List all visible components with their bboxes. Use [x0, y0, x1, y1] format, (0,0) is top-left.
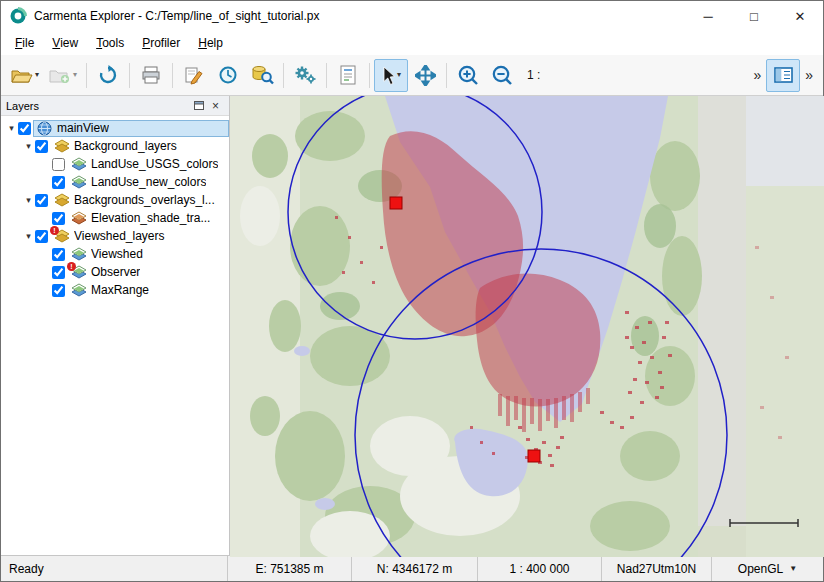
report-document-icon: [339, 65, 357, 85]
menu-file[interactable]: File: [6, 33, 43, 53]
status-scale: 1 : 400 000: [477, 556, 601, 581]
layer-label: Viewshed_layers: [74, 229, 165, 243]
layer-row[interactable]: ▾Background_layers: [1, 137, 229, 155]
layer-row[interactable]: Viewshed: [1, 245, 229, 263]
layer-row[interactable]: ▾mainView: [1, 119, 229, 137]
print-button[interactable]: [134, 59, 168, 92]
layer-visibility-checkbox[interactable]: [52, 266, 65, 279]
maximize-button[interactable]: □: [731, 1, 777, 31]
layer-visibility-checkbox[interactable]: [35, 230, 48, 243]
time-button[interactable]: [211, 59, 245, 92]
globe-icon: [37, 121, 53, 136]
layer-elev-icon: [71, 211, 87, 226]
dropdown-caret-icon: ▾: [73, 71, 77, 79]
layer-visibility-checkbox[interactable]: [18, 122, 31, 135]
gears-icon: [294, 65, 317, 86]
layer-label: MaxRange: [91, 283, 149, 297]
menu-tools[interactable]: Tools: [87, 33, 133, 53]
layer-visibility-checkbox[interactable]: [52, 248, 65, 261]
pan-tool-button[interactable]: [408, 59, 442, 92]
renderer-label: OpenGL: [738, 562, 783, 576]
clock-icon: [218, 65, 238, 85]
float-panel-button[interactable]: [190, 98, 207, 114]
refresh-button[interactable]: [91, 59, 125, 92]
layer-row[interactable]: MaxRange: [1, 281, 229, 299]
edit-button[interactable]: [177, 59, 211, 92]
toolbar-separator: [172, 63, 173, 88]
menu-view[interactable]: View: [43, 33, 87, 53]
toolbar: ▾ ▾: [1, 55, 823, 96]
layer-row[interactable]: Elevation_shade_tra...: [1, 209, 229, 227]
group-icon: [54, 193, 70, 208]
map-canvas[interactable]: [230, 96, 824, 557]
scale-ratio-label: 1 :: [519, 68, 548, 82]
layer-row[interactable]: !Observer: [1, 263, 229, 281]
content-area: Layers × ▾mainView▾Background_layersLand…: [1, 96, 823, 555]
layers-panel-header: Layers ×: [1, 96, 229, 116]
expander-icon[interactable]: ▾: [22, 141, 35, 151]
refresh-icon: [98, 65, 118, 85]
layer-icon: !: [71, 265, 87, 280]
toolbar-overflow-left[interactable]: »: [748, 67, 766, 83]
layer-label: Backgrounds_overlays_l...: [74, 193, 215, 207]
status-ready: Ready: [1, 556, 227, 581]
layer-row[interactable]: ▾Backgrounds_overlays_l...: [1, 191, 229, 209]
float-window-icon: [194, 101, 204, 110]
layer-row[interactable]: LandUse_new_colors: [1, 173, 229, 191]
title-bar: Carmenta Explorer - C:/Temp/line_of_sigh…: [1, 1, 823, 31]
add-button[interactable]: ▾: [44, 59, 82, 92]
expander-icon[interactable]: ▾: [22, 195, 35, 205]
group-icon: !: [54, 229, 70, 244]
zoom-in-icon: [457, 64, 479, 86]
observer-marker-1[interactable]: [390, 197, 402, 209]
toolbar-separator: [129, 63, 130, 88]
close-button[interactable]: ✕: [777, 1, 823, 31]
zoom-out-button[interactable]: [485, 59, 519, 92]
expander-icon[interactable]: ▾: [22, 231, 35, 241]
renderer-selector[interactable]: OpenGL ▼: [711, 556, 823, 581]
select-tool-button[interactable]: ▾: [374, 59, 408, 92]
pan-arrows-icon: [415, 65, 436, 86]
layer-visibility-checkbox[interactable]: [52, 284, 65, 297]
layers-panel: Layers × ▾mainView▾Background_layersLand…: [1, 96, 230, 555]
minimize-button[interactable]: ─: [685, 1, 731, 31]
layer-label: Viewshed: [91, 247, 143, 261]
layer-visibility-checkbox[interactable]: [52, 158, 65, 171]
status-bar: Ready E: 751385 m N: 4346172 m 1 : 400 0…: [1, 555, 823, 581]
layer-label: LandUse_new_colors: [91, 175, 206, 189]
toolbar-separator: [283, 63, 284, 88]
catalog-search-button[interactable]: [245, 59, 279, 92]
open-folder-icon: [11, 67, 33, 84]
window-title: Carmenta Explorer - C:/Temp/line_of_sigh…: [34, 9, 319, 23]
warning-badge-icon: !: [67, 262, 76, 271]
layers-panel-toggle-button[interactable]: [766, 59, 800, 92]
toolbar-separator: [446, 63, 447, 88]
layer-visibility-checkbox[interactable]: [35, 194, 48, 207]
close-panel-button[interactable]: ×: [207, 98, 224, 114]
status-projection: Nad27Utm10N: [601, 556, 711, 581]
database-search-icon: [251, 65, 274, 85]
toolbar-separator: [326, 63, 327, 88]
layers-panel-icon: [774, 67, 793, 83]
map-view[interactable]: [230, 96, 823, 555]
open-button[interactable]: ▾: [6, 59, 44, 92]
observer-marker-2[interactable]: [528, 450, 540, 462]
print-icon: [141, 66, 161, 84]
group-icon: [54, 139, 70, 154]
settings-button[interactable]: [288, 59, 322, 92]
warning-badge-icon: !: [50, 226, 59, 235]
layer-row[interactable]: ▾!Viewshed_layers: [1, 227, 229, 245]
report-button[interactable]: [331, 59, 365, 92]
menu-bar: File View Tools Profiler Help: [1, 31, 823, 55]
expander-icon[interactable]: ▾: [5, 123, 18, 133]
zoom-in-button[interactable]: [451, 59, 485, 92]
toolbar-overflow-right[interactable]: »: [800, 67, 818, 83]
layer-visibility-checkbox[interactable]: [52, 176, 65, 189]
menu-profiler[interactable]: Profiler: [133, 33, 189, 53]
layer-visibility-checkbox[interactable]: [52, 212, 65, 225]
status-easting: E: 751385 m: [227, 556, 351, 581]
layer-row[interactable]: LandUse_USGS_colors: [1, 155, 229, 173]
menu-help[interactable]: Help: [189, 33, 232, 53]
layer-visibility-checkbox[interactable]: [35, 140, 48, 153]
status-northing: N: 4346172 m: [351, 556, 477, 581]
